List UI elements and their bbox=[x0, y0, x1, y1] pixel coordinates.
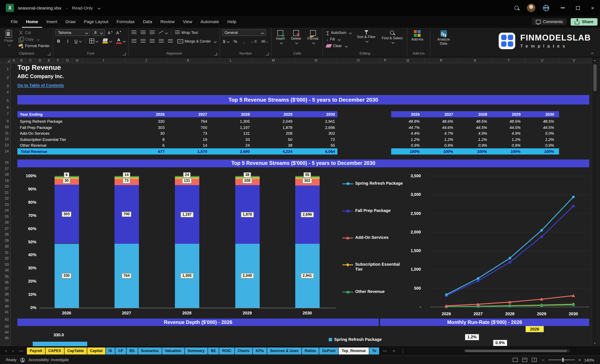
sheet-list-button[interactable]: ••• bbox=[17, 349, 26, 352]
insert-cells-button[interactable]: Insert bbox=[274, 29, 287, 45]
column-header-g[interactable]: G bbox=[63, 57, 72, 63]
format-cells-button[interactable]: Format bbox=[305, 29, 321, 45]
page-layout-view-icon[interactable] bbox=[522, 358, 527, 362]
fill-color-button[interactable] bbox=[102, 38, 112, 44]
column-header-j[interactable]: J bbox=[125, 57, 167, 63]
menu-tab-formulas[interactable]: Formulas bbox=[112, 16, 139, 28]
menu-tab-view[interactable]: View bbox=[179, 16, 197, 28]
autosum-button[interactable]: ∑AutoSum bbox=[325, 29, 353, 36]
column-header-l[interactable]: L bbox=[210, 57, 252, 63]
font-color-button[interactable]: A bbox=[115, 38, 126, 44]
scroll-up-icon[interactable]: ▲ bbox=[592, 59, 598, 62]
column-header-o[interactable]: O bbox=[338, 57, 380, 63]
copy-button[interactable]: Copy bbox=[17, 36, 51, 43]
page-break-view-icon[interactable] bbox=[532, 358, 537, 362]
column-header-n[interactable]: N bbox=[295, 57, 338, 63]
font-size-select[interactable]: 8 bbox=[92, 29, 105, 36]
zoom-slider-thumb[interactable] bbox=[562, 358, 563, 362]
orientation-button[interactable] bbox=[158, 29, 168, 36]
font-name-select[interactable]: Tahoma bbox=[56, 29, 90, 36]
column-header-f[interactable]: F bbox=[54, 57, 63, 63]
clipboard-dialog-launcher[interactable] bbox=[48, 53, 51, 55]
horizontal-scrollbar[interactable] bbox=[464, 349, 570, 352]
column-header-m[interactable]: M bbox=[252, 57, 295, 63]
vertical-scrollbar[interactable]: ▲ ▼ bbox=[592, 57, 597, 346]
sheet-nav-right-icon[interactable]: › bbox=[10, 348, 16, 353]
sheet-tab-capital[interactable]: Capital bbox=[87, 347, 105, 354]
column-header-r[interactable]: R bbox=[425, 57, 458, 63]
menu-tab-data[interactable]: Data bbox=[139, 16, 156, 28]
top-align-button[interactable] bbox=[131, 29, 137, 36]
column-header-p[interactable]: P bbox=[380, 57, 391, 63]
column-header-d[interactable]: D bbox=[36, 57, 45, 63]
horizontal-scroll-thumb[interactable] bbox=[465, 350, 567, 352]
alignment-dialog-launcher[interactable] bbox=[214, 53, 217, 55]
percent-style-button[interactable]: % bbox=[232, 38, 238, 45]
more-sheets-button[interactable]: ••• bbox=[381, 349, 389, 352]
paste-button[interactable]: Paste bbox=[2, 29, 15, 47]
sheet-tab-scenarios[interactable]: Scenarios bbox=[138, 347, 161, 354]
read-only-badge[interactable]: Read-Only bbox=[72, 5, 93, 10]
column-header-v[interactable]: V bbox=[559, 57, 589, 63]
column-header-k[interactable]: K bbox=[167, 57, 210, 63]
accessibility-status[interactable]: Accessibility: Investigate bbox=[28, 358, 69, 362]
align-right-button[interactable] bbox=[149, 38, 155, 45]
column-header-c[interactable]: C bbox=[26, 57, 36, 63]
sheet-tab-is[interactable]: IS bbox=[106, 347, 115, 354]
decrease-font-size-button[interactable]: A▼ bbox=[115, 29, 122, 36]
menu-tab-automate[interactable]: Automate bbox=[197, 16, 223, 28]
sheet-tab-cf[interactable]: CF bbox=[115, 347, 126, 354]
number-format-select[interactable]: General bbox=[222, 29, 266, 36]
font-dialog-launcher[interactable] bbox=[122, 53, 125, 55]
sheet-tab-charts[interactable]: Charts bbox=[235, 347, 252, 354]
normal-view-icon[interactable] bbox=[513, 358, 518, 362]
decrease-indent-button[interactable] bbox=[158, 38, 164, 45]
avatar[interactable] bbox=[527, 3, 536, 12]
menu-tab-home[interactable]: Home bbox=[22, 16, 42, 28]
new-sheet-button[interactable]: + bbox=[391, 348, 397, 353]
column-header-h[interactable]: H bbox=[72, 57, 82, 63]
increase-font-size-button[interactable]: A▲ bbox=[107, 29, 114, 36]
middle-align-button[interactable] bbox=[140, 29, 146, 36]
minimize-button[interactable] bbox=[561, 8, 565, 8]
sheet-tab-valuation[interactable]: Valuation bbox=[162, 347, 184, 354]
zoom-level[interactable]: 140% bbox=[581, 358, 594, 362]
comma-style-button[interactable]: , bbox=[241, 38, 247, 45]
sheet-tab-dupont[interactable]: DuPont bbox=[319, 347, 338, 354]
format-painter-button[interactable]: Format Painter bbox=[17, 43, 51, 49]
column-header-u[interactable]: U bbox=[525, 57, 559, 63]
accounting-format-button[interactable]: $ bbox=[222, 38, 230, 45]
fill-button[interactable]: ↓Fill bbox=[325, 36, 353, 43]
menu-tab-draw[interactable]: Draw bbox=[61, 16, 80, 28]
select-all-corner[interactable] bbox=[0, 57, 11, 63]
merge-center-button[interactable]: Merge & Center bbox=[176, 38, 217, 45]
analyze-data-button[interactable]: Analyze Data bbox=[432, 29, 455, 46]
borders-button[interactable] bbox=[88, 38, 99, 44]
globe-icon[interactable] bbox=[543, 5, 549, 11]
increase-decimal-button[interactable]: ←.0 bbox=[250, 38, 257, 45]
menu-tab-insert[interactable]: Insert bbox=[42, 16, 61, 28]
search-icon[interactable] bbox=[514, 5, 520, 10]
sheet-tab-payroll[interactable]: Payroll bbox=[27, 347, 45, 354]
vertical-scroll-thumb[interactable] bbox=[593, 64, 597, 91]
decrease-decimal-button[interactable]: .00→ bbox=[260, 38, 269, 45]
title-chevron-down-icon[interactable] bbox=[98, 6, 101, 9]
zoom-in-icon[interactable]: + bbox=[578, 357, 581, 362]
number-dialog-launcher[interactable] bbox=[266, 53, 269, 55]
bold-button[interactable]: B bbox=[56, 38, 62, 44]
bottom-align-button[interactable] bbox=[149, 29, 155, 36]
menu-tab-file[interactable]: File bbox=[7, 16, 22, 28]
share-button[interactable]: Share bbox=[571, 18, 598, 25]
addins-button[interactable]: Add-ins bbox=[409, 29, 425, 43]
italic-button[interactable]: I bbox=[65, 38, 71, 44]
menu-tab-help[interactable]: Help bbox=[223, 16, 240, 28]
menu-tab-page-layout[interactable]: Page Layout bbox=[80, 16, 112, 28]
sheet-tab-summary[interactable]: Summary bbox=[185, 347, 207, 354]
sheet-options-button[interactable]: ⋮ bbox=[399, 348, 407, 354]
sheet-tab-to[interactable]: To bbox=[369, 347, 379, 354]
align-left-button[interactable] bbox=[131, 38, 137, 45]
zoom-slider[interactable] bbox=[548, 359, 575, 360]
zoom-out-icon[interactable]: − bbox=[542, 357, 544, 362]
sheet-tab-captable[interactable]: CapTable bbox=[64, 347, 87, 354]
column-header-i[interactable]: I bbox=[82, 57, 125, 63]
